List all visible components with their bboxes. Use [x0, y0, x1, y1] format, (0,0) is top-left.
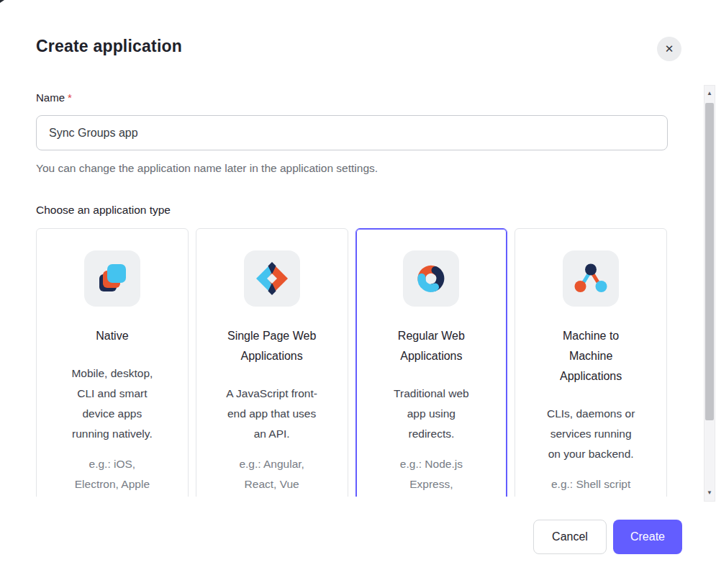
app-type-examples: e.g.: Angular, React, Vue [225, 454, 319, 494]
app-type-card-regular-web[interactable]: Regular Web Applications Traditional web… [355, 228, 508, 497]
required-asterisk: * [68, 91, 72, 104]
create-button[interactable]: Create [613, 520, 682, 554]
create-application-modal: Create application ✕ Name* You can chang… [0, 0, 716, 588]
application-type-cards: Native Mobile, desktop, CLI and smart de… [36, 228, 667, 497]
cancel-button[interactable]: Cancel [533, 520, 607, 554]
app-type-card-spa[interactable]: Single Page Web Applications A JavaScrip… [196, 228, 348, 497]
app-type-examples: e.g.: Shell script [544, 474, 638, 494]
close-button[interactable]: ✕ [657, 37, 681, 61]
native-stacked-squares-icon [84, 250, 140, 307]
app-type-title: Regular Web Applications [382, 326, 481, 366]
scrollbar-down-icon[interactable]: ▼ [704, 488, 715, 498]
page-title: Create application [36, 37, 182, 56]
scrollbar-thumb[interactable] [705, 103, 714, 420]
app-type-title: Native [63, 326, 162, 346]
close-icon: ✕ [665, 42, 674, 55]
scrollbar-up-icon[interactable]: ▲ [704, 89, 715, 99]
app-type-description: Traditional web app using redirects. [385, 384, 479, 444]
application-name-input[interactable] [36, 115, 668, 150]
spa-diamonds-icon [244, 250, 300, 307]
modal-scroll-area: Name* You can change the application nam… [0, 79, 704, 497]
app-type-description: CLIs, daemons or services running on you… [544, 404, 638, 464]
app-type-card-machine-to-machine[interactable]: Machine to Machine Applications CLIs, da… [515, 228, 667, 497]
app-type-examples: e.g.: iOS, Electron, Apple TV... [65, 454, 159, 497]
app-type-card-native[interactable]: Native Mobile, desktop, CLI and smart de… [36, 228, 189, 497]
m2m-molecule-icon [563, 250, 619, 307]
regular-web-donut-icon [403, 250, 459, 307]
app-type-description: A JavaScript front-end app that uses an … [225, 384, 319, 444]
name-label: Name* [36, 91, 72, 104]
name-helper-text: You can change the application name late… [36, 162, 378, 175]
screen-corner-artifact [0, 0, 4, 3]
app-type-examples: e.g.: Node.js Express, ASP.NET, Java [385, 454, 479, 497]
application-type-label: Choose an application type [36, 204, 171, 217]
app-type-title: Single Page Web Applications [222, 326, 322, 366]
app-type-title: Machine to Machine Applications [541, 326, 640, 386]
scrollbar[interactable]: ▲ ▼ [704, 85, 715, 502]
app-type-description: Mobile, desktop, CLI and smart device ap… [65, 363, 159, 444]
